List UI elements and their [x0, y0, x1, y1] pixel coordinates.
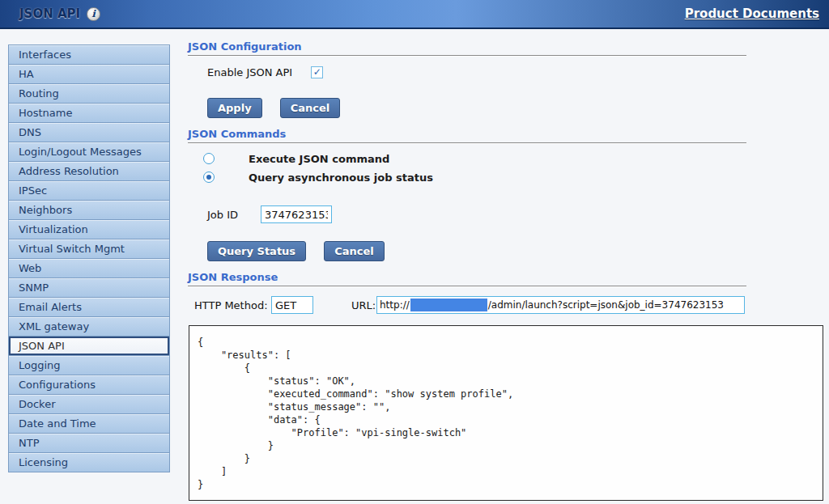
- sidebar-item-neighbors[interactable]: Neighbors: [9, 201, 169, 220]
- job-id-row: Job ID: [207, 205, 531, 225]
- enable-json-row: Enable JSON API ✓: [207, 64, 323, 79]
- url-suffix-text: /admin/launch?script=json&job_id=3747623…: [488, 299, 724, 311]
- url-host-redaction: [410, 299, 487, 311]
- sidebar-item-web[interactable]: Web: [9, 259, 169, 278]
- section-title-json-configuration: JSON Configuration: [188, 40, 302, 53]
- product-documents-link[interactable]: Product Documents: [685, 6, 819, 21]
- configuration-buttons: Apply Cancel: [207, 98, 340, 118]
- http-url-row: HTTP Method: URL: http:// /admin/launch?…: [194, 296, 777, 316]
- sidebar-item-date-and-time[interactable]: Date and Time: [9, 414, 169, 434]
- section-rule: [188, 142, 746, 143]
- sidebar-item-virtualization[interactable]: Virtualization: [9, 220, 169, 239]
- sidebar-item-interfaces[interactable]: Interfaces: [9, 45, 169, 65]
- radio-row-query: Query asynchronous job status: [188, 170, 433, 184]
- section-title-json-commands: JSON Commands: [188, 128, 286, 140]
- section-rule: [188, 55, 746, 56]
- section-title-json-response: JSON Response: [188, 271, 278, 283]
- execute-json-label: Execute JSON command: [249, 153, 389, 165]
- commands-buttons: Query Status Cancel: [207, 241, 385, 261]
- http-method-label: HTTP Method:: [194, 299, 268, 311]
- execute-json-radio[interactable]: [203, 153, 215, 164]
- sidebar-item-docker[interactable]: Docker: [9, 395, 169, 414]
- section-rule: [188, 286, 746, 286]
- http-method-input[interactable]: [271, 296, 313, 314]
- sidebar-item-virtual-switch-mgmt[interactable]: Virtual Switch Mgmt: [9, 239, 169, 259]
- sidebar-item-snmp[interactable]: SNMP: [9, 278, 169, 298]
- sidebar-item-login-logout-messages[interactable]: Login/Logout Messages: [9, 142, 169, 162]
- job-id-label: Job ID: [207, 209, 238, 221]
- sidebar-item-ha[interactable]: HA: [9, 65, 169, 84]
- sidebar-item-dns[interactable]: DNS: [9, 123, 169, 142]
- sidebar-item-ipsec[interactable]: IPSec: [9, 181, 169, 201]
- cancel-button[interactable]: Cancel: [280, 98, 341, 118]
- main-content: JSON Configuration Enable JSON API ✓ App…: [188, 29, 824, 504]
- apply-button[interactable]: Apply: [207, 98, 262, 118]
- query-job-status-radio[interactable]: [203, 172, 215, 183]
- sidebar-item-licensing[interactable]: Licensing: [9, 453, 169, 472]
- sidebar-item-hostname[interactable]: Hostname: [9, 104, 169, 123]
- sidebar-item-ntp[interactable]: NTP: [9, 434, 169, 453]
- sidebar-item-email-alerts[interactable]: Email Alerts: [9, 298, 169, 317]
- enable-json-label: Enable JSON API: [207, 66, 292, 78]
- query-job-status-label: Query asynchronous job status: [249, 172, 433, 184]
- cancel-query-button[interactable]: Cancel: [324, 241, 385, 261]
- query-status-button[interactable]: Query Status: [207, 241, 306, 261]
- page-title: JSON API i: [19, 6, 100, 21]
- json-response-body[interactable]: { "results": [ { "status": "OK", "execut…: [189, 325, 823, 501]
- sidebar-item-configurations[interactable]: Configurations: [9, 375, 169, 395]
- sidebar-item-routing[interactable]: Routing: [9, 84, 169, 104]
- url-label: URL:: [351, 296, 376, 316]
- info-icon[interactable]: i: [87, 7, 100, 21]
- sidebar-item-json-api[interactable]: JSON API: [9, 337, 169, 356]
- sidebar: InterfacesHARoutingHostnameDNSLogin/Logo…: [8, 44, 170, 472]
- url-prefix-text: http://: [380, 299, 410, 311]
- job-id-input[interactable]: [261, 205, 332, 223]
- radio-row-execute: Execute JSON command: [188, 151, 389, 166]
- page-title-text: JSON API: [19, 6, 80, 21]
- sidebar-item-address-resolution[interactable]: Address Resolution: [9, 162, 169, 181]
- url-input[interactable]: http:// /admin/launch?script=json&job_id…: [376, 296, 745, 314]
- sidebar-item-logging[interactable]: Logging: [9, 356, 169, 375]
- enable-json-checkbox[interactable]: ✓: [311, 66, 323, 78]
- sidebar-item-xml-gateway[interactable]: XML gateway: [9, 317, 169, 337]
- header-bar: JSON API i Product Documents: [0, 0, 829, 29]
